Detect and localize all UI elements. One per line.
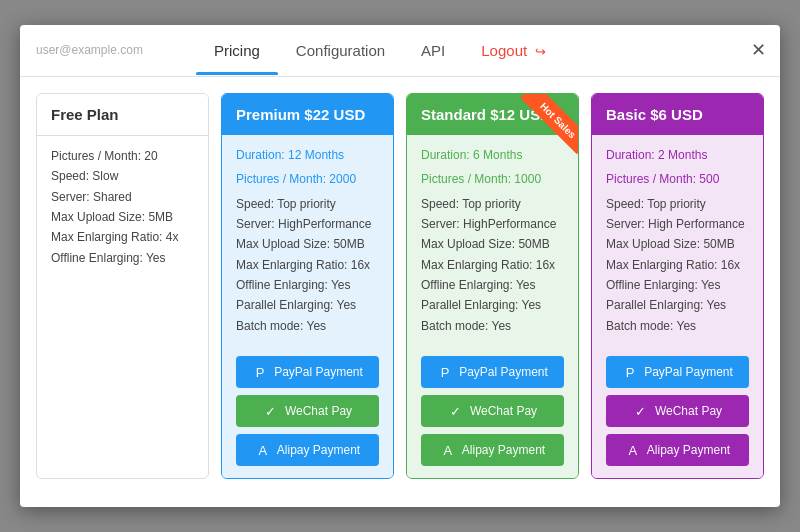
tab-bar: Pricing Configuration API Logout ↪ [196,26,764,75]
feature-item: Parallel Enlarging: Yes [421,295,564,315]
plan-premium-features: Duration: 12 Months Pictures / Month: 20… [222,135,393,349]
plan-premium-highlight-1: Duration: 12 Months [236,145,379,165]
standard-paypal-button[interactable]: P PayPal Payment [421,356,564,388]
tab-api[interactable]: API [403,26,463,75]
plan-basic: Basic $6 USD Duration: 2 Months Pictures… [591,93,764,480]
feature-item: Parallel Enlarging: Yes [606,295,749,315]
feature-item: Max Enlarging Ratio: 16x [606,255,749,275]
standard-alipay-button[interactable]: A Alipay Payment [421,434,564,466]
plan-free: Free Plan Pictures / Month: 20 Speed: Sl… [36,93,209,480]
basic-paypal-button[interactable]: P PayPal Payment [606,356,749,388]
tab-configuration[interactable]: Configuration [278,26,403,75]
basic-wechat-button[interactable]: ✓ WeChat Pay [606,395,749,427]
plan-premium: Premium $22 USD Duration: 12 Months Pict… [221,93,394,480]
plan-standard-highlight-2: Pictures / Month: 1000 [421,169,564,189]
paypal-icon: P [252,364,268,380]
feature-item: Max Upload Size: 50MB [236,234,379,254]
standard-wechat-button[interactable]: ✓ WeChat Pay [421,395,564,427]
hot-sales-ribbon: Hot Sales [520,94,578,154]
premium-paypal-button[interactable]: P PayPal Payment [236,356,379,388]
plans-container: Free Plan Pictures / Month: 20 Speed: Sl… [20,77,780,488]
feature-item: Server: HighPerformance [236,214,379,234]
feature-item: Offline Enlarging: Yes [236,275,379,295]
hot-sales-ribbon-wrap: Hot Sales [508,94,578,164]
feature-item: Max Enlarging Ratio: 16x [236,255,379,275]
feature-item: Parallel Enlarging: Yes [236,295,379,315]
feature-item: Max Upload Size: 50MB [606,234,749,254]
wechat-icon: ✓ [263,403,279,419]
alipay-icon: A [440,442,456,458]
feature-item: Max Upload Size: 5MB [51,207,194,227]
plan-premium-title: Premium $22 USD [222,94,393,135]
premium-wechat-button[interactable]: ✓ WeChat Pay [236,395,379,427]
feature-item: Server: Shared [51,187,194,207]
plan-free-features: Pictures / Month: 20 Speed: Slow Server:… [37,136,208,280]
plan-basic-buttons: P PayPal Payment ✓ WeChat Pay A Alipay P… [592,348,763,478]
feature-item: Batch mode: Yes [421,316,564,336]
feature-item: Max Upload Size: 50MB [421,234,564,254]
feature-item: Server: HighPerformance [421,214,564,234]
logout-icon: ↪ [535,44,546,59]
feature-item: Batch mode: Yes [606,316,749,336]
paypal-icon: P [437,364,453,380]
plan-standard-features: Duration: 6 Months Pictures / Month: 100… [407,135,578,349]
feature-item: Speed: Top priority [606,194,749,214]
plan-standard-buttons: P PayPal Payment ✓ WeChat Pay A Alipay P… [407,348,578,478]
plan-free-title: Free Plan [37,94,208,136]
plan-basic-highlight-1: Duration: 2 Months [606,145,749,165]
user-email: user@example.com [36,43,196,57]
feature-item: Speed: Slow [51,166,194,186]
alipay-icon: A [625,442,641,458]
plan-basic-title: Basic $6 USD [592,94,763,135]
feature-item: Max Enlarging Ratio: 16x [421,255,564,275]
plan-basic-features: Duration: 2 Months Pictures / Month: 500… [592,135,763,349]
alipay-icon: A [255,442,271,458]
tab-logout[interactable]: Logout ↪ [463,26,564,75]
tab-pricing[interactable]: Pricing [196,26,278,75]
feature-item: Offline Enlarging: Yes [421,275,564,295]
close-button[interactable]: ✕ [751,41,766,59]
feature-item: Batch mode: Yes [236,316,379,336]
feature-item: Speed: Top priority [421,194,564,214]
feature-item: Speed: Top priority [236,194,379,214]
modal-header: user@example.com Pricing Configuration A… [20,25,780,77]
basic-alipay-button[interactable]: A Alipay Payment [606,434,749,466]
wechat-icon: ✓ [448,403,464,419]
plan-premium-buttons: P PayPal Payment ✓ WeChat Pay A Alipay P… [222,348,393,478]
plan-basic-highlight-2: Pictures / Month: 500 [606,169,749,189]
premium-alipay-button[interactable]: A Alipay Payment [236,434,379,466]
feature-item: Offline Enlarging: Yes [51,248,194,268]
modal: user@example.com Pricing Configuration A… [20,25,780,508]
plan-premium-highlight-2: Pictures / Month: 2000 [236,169,379,189]
wechat-icon: ✓ [633,403,649,419]
feature-item: Max Enlarging Ratio: 4x [51,227,194,247]
feature-item: Pictures / Month: 20 [51,146,194,166]
plan-standard: Hot Sales Standard $12 USD Duration: 6 M… [406,93,579,480]
feature-item: Server: High Performance [606,214,749,234]
feature-item: Offline Enlarging: Yes [606,275,749,295]
paypal-icon: P [622,364,638,380]
